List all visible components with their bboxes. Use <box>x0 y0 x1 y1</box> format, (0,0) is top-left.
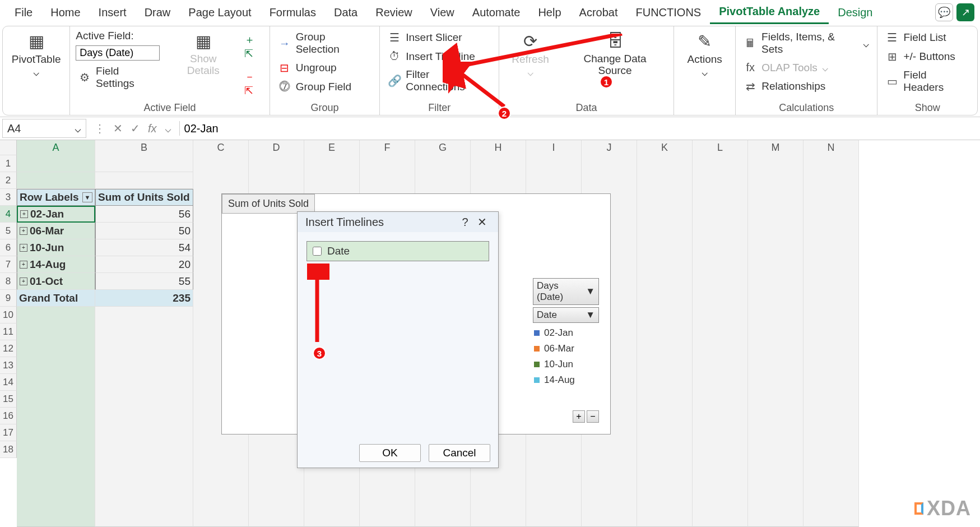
insert-timeline-button[interactable]: ⏱Insert Timeline <box>386 49 493 64</box>
insert-slicer-button[interactable]: ☰Insert Slicer <box>386 30 493 45</box>
help-icon[interactable]: ? <box>457 216 473 229</box>
row-header[interactable]: 17 <box>0 424 17 441</box>
row-header[interactable]: 6 <box>0 239 17 256</box>
field-headers-button[interactable]: ▭Field Headers <box>883 68 972 95</box>
row-header[interactable]: 12 <box>0 340 17 357</box>
row-header[interactable]: 11 <box>0 323 17 340</box>
actions-button[interactable]: ✎ Actions ⌵ <box>680 30 730 80</box>
row-header[interactable]: 8 <box>0 273 17 290</box>
group-field-button[interactable]: ⓻Group Field <box>276 79 374 94</box>
active-field-input[interactable] <box>76 45 160 61</box>
expand-icon[interactable]: + <box>20 210 28 218</box>
row-header[interactable]: 7 <box>0 256 17 273</box>
pivot-grand-total-value[interactable]: 235 <box>95 290 193 307</box>
select-all-corner[interactable] <box>0 140 17 155</box>
tab-review[interactable]: Review <box>366 2 421 24</box>
tab-pivottable-analyze[interactable]: PivotTable Analyze <box>710 1 829 24</box>
chevron-down-icon[interactable]: ⌵ <box>165 122 171 135</box>
expand-icon[interactable]: ＋⇱ <box>244 33 264 60</box>
cancel-icon[interactable]: ✕ <box>113 122 123 135</box>
relationships-button[interactable]: ⇄Relationships <box>741 78 871 94</box>
collapse-icon[interactable]: －⇱ <box>244 70 264 97</box>
zoom-in-button[interactable]: + <box>573 410 585 423</box>
tab-page-layout[interactable]: Page Layout <box>179 2 260 24</box>
row-header[interactable]: 15 <box>0 391 17 408</box>
tab-formulas[interactable]: Formulas <box>261 2 325 24</box>
col-header-m[interactable]: M <box>748 140 803 527</box>
expand-collapse-buttons[interactable]: ＋⇱ －⇱ <box>244 30 264 100</box>
enter-icon[interactable]: ✓ <box>131 122 140 135</box>
pivot-row-cell[interactable]: +02-Jan <box>17 206 95 223</box>
expand-icon[interactable]: + <box>20 261 27 269</box>
tab-draw[interactable]: Draw <box>136 2 180 24</box>
cancel-button[interactable]: Cancel <box>429 444 490 462</box>
pivot-row-cell[interactable]: +10-Jun <box>17 239 95 256</box>
row-header[interactable]: 2 <box>0 172 17 189</box>
col-header-n[interactable]: N <box>803 140 859 527</box>
olap-tools-button[interactable]: fxOLAP Tools ⌵ <box>741 60 871 75</box>
row-header[interactable]: 14 <box>0 374 17 391</box>
pivot-row-cell[interactable]: +06-Mar <box>17 223 95 239</box>
chart-title[interactable]: Sum of Units Sold <box>222 194 315 214</box>
date-checkbox[interactable] <box>313 247 322 256</box>
tab-view[interactable]: View <box>421 2 463 24</box>
expand-icon[interactable]: + <box>20 278 27 285</box>
name-box[interactable]: A4 ⌵ <box>2 119 86 138</box>
pivot-grand-total-label[interactable]: Grand Total <box>17 290 95 307</box>
ok-button[interactable]: OK <box>359 444 421 462</box>
row-header[interactable]: 4 <box>0 206 17 223</box>
pivot-row-labels-header[interactable]: Row Labels ▼ <box>17 189 95 206</box>
tab-functions[interactable]: FUNCTIONS <box>627 2 710 24</box>
chevron-down-icon[interactable]: ⌵ <box>75 122 81 135</box>
pivot-row-cell[interactable]: +14-Aug <box>17 256 95 273</box>
pivottable-button[interactable]: ▦ PivotTable ⌵ <box>8 30 64 80</box>
tab-file[interactable]: File <box>6 2 41 24</box>
timeline-field-date[interactable]: Date <box>306 241 489 261</box>
tab-insert[interactable]: Insert <box>90 2 136 24</box>
fx-icon[interactable]: fx <box>148 122 157 135</box>
pivot-value-cell[interactable]: 54 <box>95 239 193 256</box>
formula-input[interactable] <box>180 120 978 137</box>
tab-acrobat[interactable]: Acrobat <box>570 2 627 24</box>
ungroup-button[interactable]: ⊟Ungroup <box>276 60 374 76</box>
close-icon[interactable]: ✕ <box>473 215 490 229</box>
tab-design[interactable]: Design <box>829 2 881 24</box>
row-header[interactable]: 13 <box>0 357 17 374</box>
pivot-value-cell[interactable]: 56 <box>95 206 193 223</box>
tab-help[interactable]: Help <box>529 2 570 24</box>
filter-connections-button[interactable]: 🔗Filter Connections <box>386 67 493 94</box>
row-header[interactable]: 18 <box>0 441 17 458</box>
expand-icon[interactable]: + <box>20 227 27 235</box>
group-label-data: Data <box>505 100 667 114</box>
row-header[interactable]: 16 <box>0 408 17 424</box>
pivot-row-cell[interactable]: +01-Oct <box>17 273 95 290</box>
change-data-source-button[interactable]: 🗄 Change Data Source <box>562 30 667 100</box>
fields-items-sets-button[interactable]: 🖩Fields, Items, & Sets ⌵ <box>741 30 871 57</box>
share-icon[interactable]: ↗ <box>956 3 974 21</box>
tab-automate[interactable]: Automate <box>463 2 530 24</box>
pivot-value-cell[interactable]: 50 <box>95 223 193 239</box>
chevron-down-icon: ⌵ <box>33 66 39 78</box>
pivot-value-cell[interactable]: 20 <box>95 256 193 273</box>
col-header-k[interactable]: K <box>637 140 693 527</box>
refresh-button[interactable]: ⟳ Refresh ⌵ <box>505 30 555 100</box>
tab-home[interactable]: Home <box>41 2 89 24</box>
row-header[interactable]: 1 <box>0 155 17 172</box>
group-selection-button[interactable]: →Group Selection <box>276 30 374 57</box>
col-header-l[interactable]: L <box>693 140 748 527</box>
pivot-value-cell[interactable]: 55 <box>95 273 193 290</box>
field-settings-button[interactable]: ⚙ Field Settings <box>76 64 162 91</box>
comments-icon[interactable]: 💬 <box>935 3 953 21</box>
chart-filter-days[interactable]: Days (Date)▼ <box>533 278 599 305</box>
tab-data[interactable]: Data <box>325 2 366 24</box>
row-header[interactable]: 3 <box>0 189 17 206</box>
chart-filter-date[interactable]: Date▼ <box>533 307 599 323</box>
expand-icon[interactable]: + <box>20 244 27 252</box>
row-header[interactable]: 5 <box>0 223 17 239</box>
zoom-out-button[interactable]: − <box>587 410 599 423</box>
row-header[interactable]: 10 <box>0 307 17 323</box>
row-header[interactable]: 9 <box>0 290 17 307</box>
field-list-button[interactable]: ☰Field List <box>883 30 972 45</box>
plus-minus-buttons-button[interactable]: ⊞+/- Buttons <box>883 49 972 64</box>
filter-dropdown-icon[interactable]: ▼ <box>82 192 92 202</box>
